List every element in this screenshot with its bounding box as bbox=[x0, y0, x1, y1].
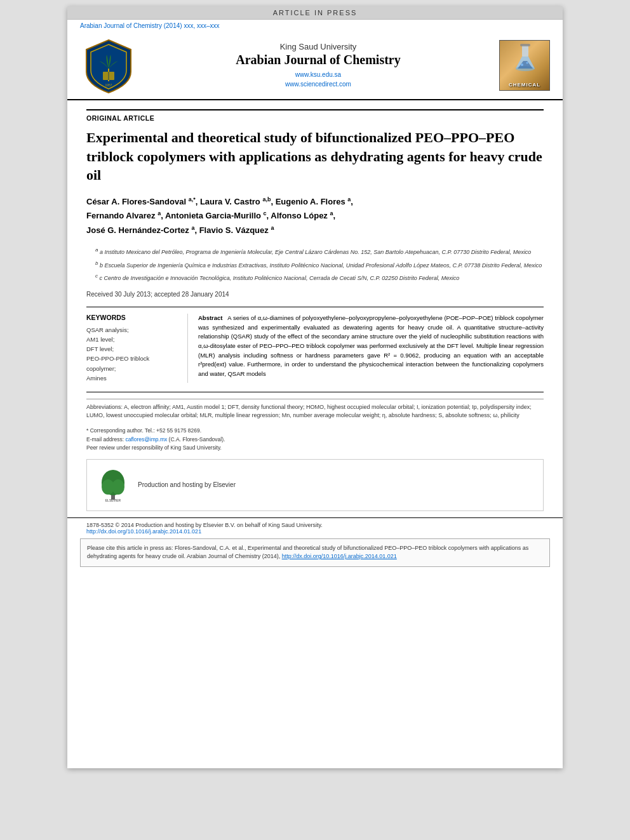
affiliation-c: c c Centro de Investigación e Innovación… bbox=[95, 272, 544, 283]
main-content: ORIGINAL ARTICLE Experimental and theore… bbox=[67, 100, 563, 511]
article-title: Experimental and theoretical study of bi… bbox=[86, 128, 544, 185]
article-in-press-banner: ARTICLE IN PRESS bbox=[67, 6, 563, 20]
svg-rect-7 bbox=[520, 44, 530, 46]
svg-rect-4 bbox=[522, 45, 528, 57]
chem-label: CHEMICAL bbox=[509, 82, 540, 90]
author-line1: César A. Flores-Sandoval a,*, Laura V. C… bbox=[86, 195, 544, 209]
chem-logo-right: CHEMICAL bbox=[499, 40, 550, 91]
header-center: King Saud University Arabian Journal of … bbox=[144, 42, 493, 89]
received-line: Received 30 July 2013; accepted 28 Janua… bbox=[86, 291, 544, 298]
svg-point-14 bbox=[112, 479, 124, 495]
original-article-label: ORIGINAL ARTICLE bbox=[86, 109, 544, 122]
keyword-3: DFT level; bbox=[86, 344, 180, 354]
abbreviations-section: Abbreviations: A, electron affinity; AM1… bbox=[86, 399, 544, 420]
affiliation-b: b b Escuela Superior de Ingeniería Quími… bbox=[95, 260, 544, 270]
cite-doi-link[interactable]: http://dx.doi.org/10.1016/j.arabjc.2014.… bbox=[282, 553, 397, 559]
footnotes: * Corresponding author. Tel.: +52 55 917… bbox=[86, 427, 544, 453]
keywords-list: QSAR analysis; AM1 level; DFT level; PEO… bbox=[86, 325, 180, 383]
chem-logo-inner: CHEMICAL bbox=[500, 41, 549, 90]
flask-icon bbox=[509, 42, 541, 74]
doi-link[interactable]: http://dx.doi.org/10.1016/j.arabjc.2014.… bbox=[86, 528, 201, 535]
elsevier-logo: ELSEVIER bbox=[97, 465, 129, 505]
two-col-section: KEYWORDS QSAR analysis; AM1 level; DFT l… bbox=[86, 307, 544, 383]
ksu-logo-left: 1957 bbox=[80, 37, 137, 94]
email-link[interactable]: caflores@imp.mx bbox=[125, 436, 167, 443]
author-line3: José G. Hernández-Cortez a, Flavio S. Vá… bbox=[86, 223, 544, 237]
peer-review-note: Peer review under responsibility of King… bbox=[86, 444, 544, 453]
university-name: King Saud University bbox=[144, 42, 493, 51]
keyword-5: Amines bbox=[86, 373, 180, 383]
keyword-1: QSAR analysis; bbox=[86, 325, 180, 335]
banner-text: ARTICLE IN PRESS bbox=[273, 9, 358, 17]
divider bbox=[86, 392, 544, 392]
keyword-2: AM1 level; bbox=[86, 335, 180, 344]
abstract-label: Abstract bbox=[198, 314, 223, 321]
abstract-body: A series of α,ω-diamines of polyoxyethyl… bbox=[198, 314, 544, 377]
authors: César A. Flores-Sandoval a,*, Laura V. C… bbox=[86, 195, 544, 237]
journal-title: Arabian Journal of Chemistry bbox=[144, 53, 493, 67]
elsevier-text: Production and hosting by Elsevier bbox=[138, 481, 236, 488]
email-note: E-mail address: caflores@imp.mx (C.A. Fl… bbox=[86, 436, 544, 444]
abstract-text: Abstract A series of α,ω-diamines of pol… bbox=[198, 314, 544, 379]
issn-line: 1878-5352 © 2014 Production and hosting … bbox=[86, 522, 544, 528]
author-line2: Fernando Alvarez a, Antonieta Garcia-Mur… bbox=[86, 209, 544, 223]
header-area: 1957 King Saud University Arabian Journa… bbox=[67, 32, 563, 100]
corresponding-note: * Corresponding author. Tel.: +52 55 917… bbox=[86, 427, 544, 436]
journal-citation: Arabian Journal of Chemistry (2014) xxx,… bbox=[67, 20, 563, 32]
header-urls: www.ksu.edu.sa www.sciencedirect.com bbox=[144, 70, 493, 89]
url1: www.ksu.edu.sa bbox=[144, 70, 493, 79]
abstract-col: Abstract A series of α,ω-diamines of pol… bbox=[198, 314, 544, 383]
affiliation-a: a a Instituto Mexicano del Petróleo, Pro… bbox=[95, 246, 544, 257]
bottom-bar: 1878-5352 © 2014 Production and hosting … bbox=[67, 517, 563, 538]
doi-line: http://dx.doi.org/10.1016/j.arabjc.2014.… bbox=[86, 528, 544, 535]
keywords-title: KEYWORDS bbox=[86, 314, 180, 321]
svg-text:1957: 1957 bbox=[105, 83, 112, 87]
elsevier-footer: ELSEVIER Production and hosting by Elsev… bbox=[86, 459, 544, 511]
page: ARTICLE IN PRESS Arabian Journal of Chem… bbox=[67, 6, 563, 768]
keyword-4: PEO-PPO-PEO triblock copolymer; bbox=[86, 354, 180, 373]
affiliations: a a Instituto Mexicano del Petróleo, Pro… bbox=[86, 246, 544, 283]
abbreviations-text: Abbreviations: A, electron affinity; AM1… bbox=[86, 404, 532, 419]
svg-text:ELSEVIER: ELSEVIER bbox=[105, 498, 121, 502]
keywords-col: KEYWORDS QSAR analysis; AM1 level; DFT l… bbox=[86, 314, 188, 383]
svg-point-10 bbox=[526, 62, 528, 64]
url2: www.sciencedirect.com bbox=[144, 79, 493, 89]
svg-point-9 bbox=[521, 63, 523, 66]
cite-box: Please cite this article in press as: Fl… bbox=[80, 538, 550, 567]
